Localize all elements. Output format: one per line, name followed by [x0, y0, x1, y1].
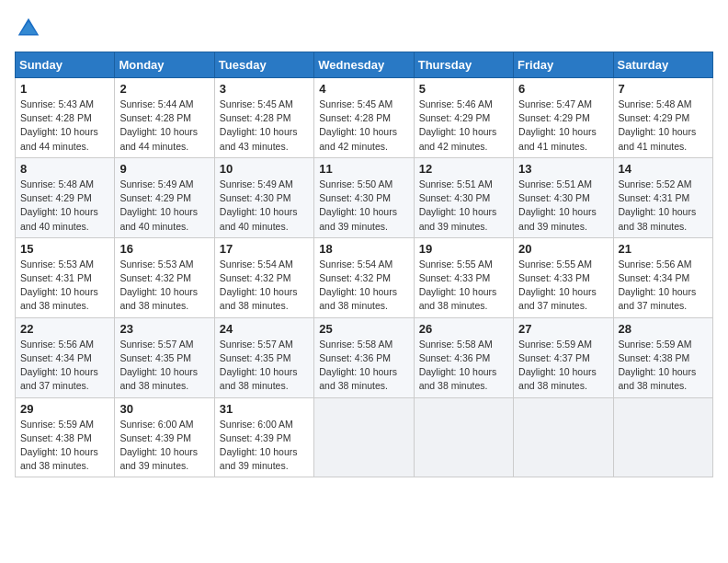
calendar-cell	[613, 397, 712, 477]
weekday-header: Thursday	[414, 52, 513, 78]
day-number: 30	[119, 402, 209, 416]
day-number: 1	[20, 82, 109, 96]
day-number: 29	[20, 402, 109, 416]
calendar-cell: 24 Sunrise: 5:57 AMSunset: 4:35 PMDaylig…	[214, 317, 313, 397]
logo	[15, 15, 46, 42]
calendar-cell: 23 Sunrise: 5:57 AMSunset: 4:35 PMDaylig…	[115, 317, 214, 397]
day-info: Sunrise: 5:50 AMSunset: 4:30 PMDaylight:…	[319, 178, 408, 234]
day-number: 11	[319, 162, 408, 176]
calendar-week-row: 22 Sunrise: 5:56 AMSunset: 4:34 PMDaylig…	[16, 317, 713, 397]
day-info: Sunrise: 5:46 AMSunset: 4:29 PMDaylight:…	[419, 98, 508, 154]
day-info: Sunrise: 5:47 AMSunset: 4:29 PMDaylight:…	[518, 98, 608, 154]
calendar-cell: 5 Sunrise: 5:46 AMSunset: 4:29 PMDayligh…	[414, 78, 513, 158]
calendar-week-row: 29 Sunrise: 5:59 AMSunset: 4:38 PMDaylig…	[16, 397, 713, 477]
calendar-cell: 25 Sunrise: 5:58 AMSunset: 4:36 PMDaylig…	[314, 317, 414, 397]
day-number: 2	[119, 82, 209, 96]
calendar-cell: 1 Sunrise: 5:43 AMSunset: 4:28 PMDayligh…	[16, 78, 115, 158]
calendar-week-row: 1 Sunrise: 5:43 AMSunset: 4:28 PMDayligh…	[16, 78, 713, 158]
calendar-cell: 22 Sunrise: 5:56 AMSunset: 4:34 PMDaylig…	[16, 317, 115, 397]
day-number: 21	[619, 242, 708, 256]
day-info: Sunrise: 5:59 AMSunset: 4:37 PMDaylight:…	[518, 338, 608, 394]
day-info: Sunrise: 5:49 AMSunset: 4:30 PMDaylight:…	[220, 178, 309, 234]
day-number: 10	[220, 162, 309, 176]
day-number: 7	[619, 82, 708, 96]
calendar-cell: 28 Sunrise: 5:59 AMSunset: 4:38 PMDaylig…	[613, 317, 712, 397]
weekday-header-row: SundayMondayTuesdayWednesdayThursdayFrid…	[16, 52, 713, 78]
calendar-cell: 21 Sunrise: 5:56 AMSunset: 4:34 PMDaylig…	[613, 237, 712, 317]
day-info: Sunrise: 5:55 AMSunset: 4:33 PMDaylight:…	[518, 258, 608, 314]
calendar-cell: 18 Sunrise: 5:54 AMSunset: 4:32 PMDaylig…	[314, 237, 414, 317]
day-info: Sunrise: 5:44 AMSunset: 4:28 PMDaylight:…	[119, 98, 209, 154]
day-number: 31	[220, 402, 309, 416]
day-info: Sunrise: 5:52 AMSunset: 4:31 PMDaylight:…	[619, 178, 708, 234]
calendar-cell: 19 Sunrise: 5:55 AMSunset: 4:33 PMDaylig…	[414, 237, 513, 317]
day-info: Sunrise: 6:00 AMSunset: 4:39 PMDaylight:…	[119, 418, 209, 474]
day-number: 14	[619, 162, 708, 176]
day-number: 12	[419, 162, 508, 176]
calendar-cell	[414, 397, 513, 477]
day-number: 17	[220, 242, 309, 256]
calendar-cell	[514, 397, 613, 477]
day-info: Sunrise: 5:53 AMSunset: 4:31 PMDaylight:…	[20, 258, 109, 314]
day-info: Sunrise: 5:55 AMSunset: 4:33 PMDaylight:…	[419, 258, 508, 314]
calendar-cell: 14 Sunrise: 5:52 AMSunset: 4:31 PMDaylig…	[613, 157, 712, 237]
calendar-cell: 7 Sunrise: 5:48 AMSunset: 4:29 PMDayligh…	[613, 78, 712, 158]
day-number: 27	[518, 322, 608, 336]
weekday-header: Tuesday	[214, 52, 313, 78]
calendar-cell: 27 Sunrise: 5:59 AMSunset: 4:37 PMDaylig…	[514, 317, 613, 397]
calendar-week-row: 15 Sunrise: 5:53 AMSunset: 4:31 PMDaylig…	[16, 237, 713, 317]
calendar-cell: 26 Sunrise: 5:58 AMSunset: 4:36 PMDaylig…	[414, 317, 513, 397]
calendar-cell: 12 Sunrise: 5:51 AMSunset: 4:30 PMDaylig…	[414, 157, 513, 237]
day-info: Sunrise: 5:56 AMSunset: 4:34 PMDaylight:…	[20, 338, 109, 394]
day-number: 4	[319, 82, 408, 96]
day-info: Sunrise: 5:49 AMSunset: 4:29 PMDaylight:…	[119, 178, 209, 234]
weekday-header: Monday	[115, 52, 214, 78]
day-info: Sunrise: 5:59 AMSunset: 4:38 PMDaylight:…	[20, 418, 109, 474]
day-info: Sunrise: 5:54 AMSunset: 4:32 PMDaylight:…	[319, 258, 408, 314]
logo-icon	[15, 15, 42, 42]
day-info: Sunrise: 5:58 AMSunset: 4:36 PMDaylight:…	[419, 338, 508, 394]
day-info: Sunrise: 5:56 AMSunset: 4:34 PMDaylight:…	[619, 258, 708, 314]
day-number: 28	[619, 322, 708, 336]
day-info: Sunrise: 5:43 AMSunset: 4:28 PMDaylight:…	[20, 98, 109, 154]
day-info: Sunrise: 5:51 AMSunset: 4:30 PMDaylight:…	[419, 178, 508, 234]
day-number: 25	[319, 322, 408, 336]
day-info: Sunrise: 5:51 AMSunset: 4:30 PMDaylight:…	[518, 178, 608, 234]
calendar-cell: 3 Sunrise: 5:45 AMSunset: 4:28 PMDayligh…	[214, 78, 313, 158]
calendar-cell: 8 Sunrise: 5:48 AMSunset: 4:29 PMDayligh…	[16, 157, 115, 237]
calendar-cell: 9 Sunrise: 5:49 AMSunset: 4:29 PMDayligh…	[115, 157, 214, 237]
day-info: Sunrise: 5:48 AMSunset: 4:29 PMDaylight:…	[20, 178, 109, 234]
page-header	[15, 15, 713, 42]
calendar-table: SundayMondayTuesdayWednesdayThursdayFrid…	[15, 52, 713, 477]
day-info: Sunrise: 5:59 AMSunset: 4:38 PMDaylight:…	[619, 338, 708, 394]
weekday-header: Wednesday	[314, 52, 414, 78]
calendar-cell: 11 Sunrise: 5:50 AMSunset: 4:30 PMDaylig…	[314, 157, 414, 237]
day-number: 22	[20, 322, 109, 336]
day-number: 20	[518, 242, 608, 256]
weekday-header: Sunday	[16, 52, 115, 78]
day-number: 15	[20, 242, 109, 256]
day-info: Sunrise: 5:45 AMSunset: 4:28 PMDaylight:…	[319, 98, 408, 154]
calendar-cell: 16 Sunrise: 5:53 AMSunset: 4:32 PMDaylig…	[115, 237, 214, 317]
day-number: 23	[119, 322, 209, 336]
calendar-week-row: 8 Sunrise: 5:48 AMSunset: 4:29 PMDayligh…	[16, 157, 713, 237]
calendar-cell: 30 Sunrise: 6:00 AMSunset: 4:39 PMDaylig…	[115, 397, 214, 477]
calendar-cell	[314, 397, 414, 477]
day-number: 3	[220, 82, 309, 96]
day-number: 6	[518, 82, 608, 96]
calendar-cell: 2 Sunrise: 5:44 AMSunset: 4:28 PMDayligh…	[115, 78, 214, 158]
day-info: Sunrise: 5:58 AMSunset: 4:36 PMDaylight:…	[319, 338, 408, 394]
day-info: Sunrise: 5:48 AMSunset: 4:29 PMDaylight:…	[619, 98, 708, 154]
day-info: Sunrise: 6:00 AMSunset: 4:39 PMDaylight:…	[220, 418, 309, 474]
calendar-cell: 4 Sunrise: 5:45 AMSunset: 4:28 PMDayligh…	[314, 78, 414, 158]
day-info: Sunrise: 5:53 AMSunset: 4:32 PMDaylight:…	[119, 258, 209, 314]
weekday-header: Saturday	[613, 52, 712, 78]
day-number: 8	[20, 162, 109, 176]
day-info: Sunrise: 5:57 AMSunset: 4:35 PMDaylight:…	[119, 338, 209, 394]
calendar-cell: 10 Sunrise: 5:49 AMSunset: 4:30 PMDaylig…	[214, 157, 313, 237]
day-number: 19	[419, 242, 508, 256]
day-info: Sunrise: 5:45 AMSunset: 4:28 PMDaylight:…	[220, 98, 309, 154]
calendar-cell: 6 Sunrise: 5:47 AMSunset: 4:29 PMDayligh…	[514, 78, 613, 158]
day-number: 5	[419, 82, 508, 96]
weekday-header: Friday	[514, 52, 613, 78]
